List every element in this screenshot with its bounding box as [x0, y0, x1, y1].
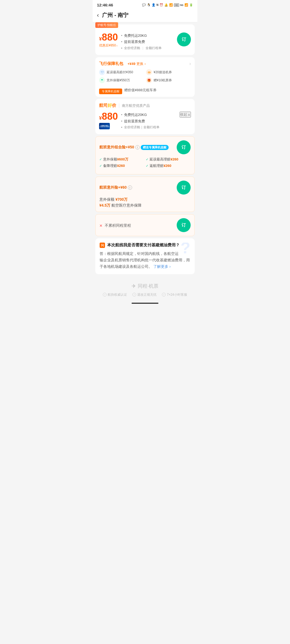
guarantee-item-insurance: ☂ 意外保额¥550万: [99, 77, 144, 83]
promo-badge: 专属乘机提醒: [99, 89, 122, 94]
trust-text: 退改正规无忧: [137, 292, 157, 297]
price-block: ¥880 优惠后¥850 ›: [99, 32, 118, 48]
book-button-insurance-single[interactable]: 订: [177, 181, 191, 195]
no-mileage-box: ✕ 不累积同程里程 订: [95, 214, 195, 236]
guarantee-title: 飞行保障礼包: [99, 61, 123, 66]
airline-section: 航司好价 南方航空优质产品 ¥880 中国南方航空 CHINA SOUTHERN…: [95, 99, 195, 134]
qa-learn-more-link[interactable]: 了解更多 ›: [153, 264, 171, 269]
qq-icon: 🐧: [147, 3, 151, 7]
guarantee-item-text: 赠¥10机票券: [154, 78, 172, 83]
info-icon[interactable]: i: [135, 145, 140, 149]
trust-item-refund: ✓ 退改正规无忧: [132, 292, 157, 297]
guarantee-nav-arrow[interactable]: ›: [189, 61, 191, 67]
change-arrow[interactable]: ›: [144, 62, 146, 66]
guarantee-item-gift: 🎁 赠¥10机票券: [146, 77, 191, 83]
features-list: 免费托运20KG 提前退票免费 全价经济舱｜全额行程单: [118, 32, 177, 51]
bell-icon: 🔔: [164, 3, 168, 7]
gift-icon: 🎁: [146, 77, 152, 83]
qa-icon: 问: [100, 243, 105, 248]
check-icon: ✓: [99, 164, 102, 168]
insurance-coverage-line2: ¥4.5万 航空医疗意外保障: [99, 203, 191, 208]
5g-icon: 5G: [180, 4, 183, 6]
x-icon: ✕: [99, 224, 103, 228]
currency-symbol: ¥: [99, 36, 102, 42]
airline-logo-text: 航司好价: [99, 103, 116, 108]
insurance-single-box: 航班意外险+¥60 i 订 意外保额 ¥700万 ¥4.5万 航空医疗意外保障: [95, 177, 195, 212]
back-button[interactable]: ‹: [97, 12, 99, 19]
qa-answer-text: 答：根据民航局规定，针对国内航线，各航空运输企业及机票销售代理机构统一代收基建燃…: [100, 251, 190, 270]
qa-question-text: 本次航线我是否需要支付基建燃油费用？: [107, 243, 180, 248]
insurance-combined-box: 航班意外组合险+¥50 i 赠送专属乘机提醒 订 ✓ 意外保额¥600万 ✓ 延…: [95, 136, 195, 174]
insurance-grid-item: ✓ 意外保额¥600万: [99, 157, 144, 162]
airline-logo-area: 航司好价: [99, 103, 116, 108]
insurance-grid-text: 返航理赔¥260: [150, 163, 171, 168]
guarantee-item-voucher: 🎟 ¥20接送机券: [146, 69, 191, 75]
discount-arrow: ›: [117, 44, 118, 47]
avatar-icon: 👤: [152, 3, 155, 7]
guarantee-items: 🛡 延误最高赔付¥350 🎟 ¥20接送机券 ☂ 意外保额¥550万 🎁 赠¥1…: [99, 69, 191, 83]
shield-icon: 🛡: [99, 69, 105, 75]
discount-price[interactable]: 优惠后¥850 ›: [99, 43, 118, 48]
airline-logo-image: 中国南方航空 CHINA SOUTHERN: [99, 123, 110, 129]
feature-item: 提前退票免费: [121, 39, 174, 45]
check-icon: ✓: [146, 164, 148, 168]
no-mileage-text: 不累积同程里程: [105, 223, 131, 228]
umbrella-icon: ☂: [99, 77, 105, 83]
book-button-insurance-combined[interactable]: 订: [177, 140, 191, 154]
guarantee-item-text: ¥20接送机券: [154, 70, 172, 75]
insurance-grid-text: 备降理赔¥260: [103, 163, 125, 168]
status-bar: 12:46:46 💬 🐧 👤 N ⏰ 🔔 📶 HD 5G 📶 🔋: [93, 0, 197, 9]
book-button-top[interactable]: 订: [177, 32, 191, 46]
qa-decoration: ?: [180, 243, 190, 256]
book-button-no-mileage[interactable]: 订: [177, 218, 191, 232]
airline-features-list: 免费托运20KG 提前退票免费 全价经济舱｜全额行程单: [118, 112, 180, 130]
top-flight-card: 护航号·快航任 ¥880 优惠后¥850 › 免费托运20KG 提前退票免费 全…: [95, 24, 195, 55]
airline-subtitle: 南方航空优质产品: [122, 103, 150, 108]
voucher-icon: 🎟: [146, 69, 152, 75]
airline-price-row: ¥880 中国南方航空 CHINA SOUTHERN 免费托运20KG 提前退票…: [99, 112, 191, 130]
check-icon: ✓: [99, 158, 102, 161]
airline-main-price: ¥880: [99, 112, 118, 121]
insurance-coverage-line1: 意外保额 ¥700万: [99, 197, 191, 202]
collapse-button[interactable]: 收起 ∧: [180, 112, 191, 118]
footer-brand: ✈ 同程·机票 ✓ 航协权威认证 ✓ 退改正规无忧 ✓ 7×24小时客服: [93, 276, 197, 301]
airline-header: 航司好价 南方航空优质产品: [99, 103, 191, 108]
airline-price-block: ¥880 中国南方航空 CHINA SOUTHERN: [99, 112, 118, 129]
feature-item: 全价经济舱｜全额行程单: [121, 45, 174, 51]
alarm-icon: ⏰: [160, 3, 163, 7]
guarantee-card: 飞行保障礼包 +¥49 更换 › › 🛡 延误最高赔付¥350 🎟 ¥20接送机…: [95, 57, 195, 97]
insurance-single-title: 航班意外险+¥60 i: [99, 185, 132, 190]
nfc-icon: N: [157, 3, 158, 6]
airline-currency: ¥: [99, 115, 102, 121]
airline-logo: 中国南方航空 CHINA SOUTHERN: [99, 123, 118, 129]
qa-content: ? 问 本次航线我是否需要支付基建燃油费用？ 答：根据民航局规定，针对国内航线，…: [100, 243, 190, 270]
guarantee-header: 飞行保障礼包 +¥49 更换 › ›: [99, 61, 191, 67]
guarantee-change[interactable]: 更换: [136, 61, 143, 66]
guarantee-promo-row: 专属乘机提醒 赠价值¥888元租车券: [99, 86, 191, 94]
guarantee-item-delay: 🛡 延误最高赔付¥350: [99, 69, 144, 75]
no-mileage-row: ✕ 不累积同程里程 订: [99, 218, 191, 232]
plane-icon: ✈: [132, 283, 136, 289]
refund-icon: ✓: [132, 293, 136, 297]
airline-feature-item: 全价经济舱｜全额行程单: [121, 124, 176, 130]
bottom-bar: [93, 301, 197, 307]
airline-feature-item: 免费托运20KG: [121, 112, 176, 118]
insurance-grid-item: ✓ 备降理赔¥260: [99, 163, 144, 168]
qa-question-row: 问 本次航线我是否需要支付基建燃油费用？: [100, 243, 180, 248]
trust-item-auth: ✓ 航协权威认证: [103, 292, 127, 297]
divider-line: [119, 104, 119, 108]
info-icon[interactable]: i: [128, 185, 132, 190]
qa-section: ? 问 本次航线我是否需要支付基建燃油费用？ 答：根据民航局规定，针对国内航线，…: [95, 238, 195, 274]
brand-name: 同程·机票: [138, 283, 158, 289]
signal-icon: 📶: [184, 3, 188, 7]
wechat-icon: 💬: [142, 3, 146, 7]
footer-logo: ✈ 同程·机票: [97, 283, 193, 289]
main-price: ¥880: [99, 32, 118, 42]
trust-item-service: ✓ 7×24小时客服: [162, 292, 187, 297]
insurance-single-details: 意外保额 ¥700万 ¥4.5万 航空医疗意外保障: [99, 197, 191, 208]
insurance-combined-title: 航班意外组合险+¥50 i 赠送专属乘机提醒: [99, 145, 169, 150]
guarantee-item-text: 延误最高赔付¥350: [107, 70, 133, 75]
service-icon: ✓: [162, 293, 166, 297]
auth-icon: ✓: [103, 293, 107, 297]
battery-icon: 🔋: [189, 3, 193, 7]
